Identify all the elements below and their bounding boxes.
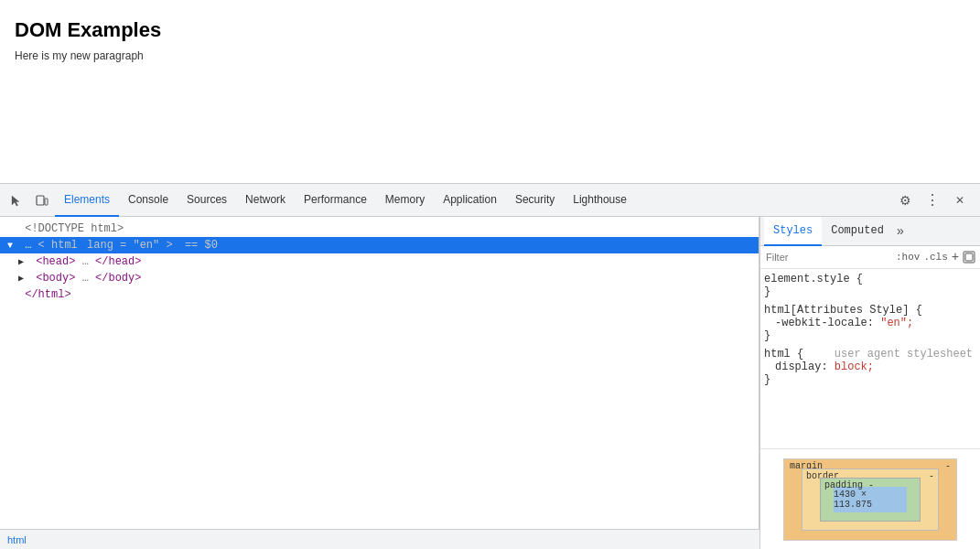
tab-console[interactable]: Console [119, 184, 178, 217]
more-options-btn[interactable]: ⋮ [920, 188, 945, 213]
devtools-controls: ⚙ ⋮ ✕ [892, 188, 973, 213]
border-dash: - [929, 471, 934, 481]
box-inner-value: 1430 × 113.875 [834, 490, 907, 510]
filter-box-icon[interactable] [963, 249, 975, 265]
more-tabs-icon[interactable]: » [893, 224, 908, 239]
style-filter-bar: :hov .cls + [760, 246, 980, 269]
tab-security[interactable]: Security [506, 184, 564, 217]
device-icon-btn[interactable] [29, 188, 55, 213]
box-border: border - padding - 1430 × 113.875 [802, 468, 939, 531]
dom-head[interactable]: ▶ <head> … </head> [0, 253, 759, 270]
style-rule-html-ua: html { user agent stylesheet display: bl… [764, 348, 976, 386]
sub-tab-computed[interactable]: Computed [822, 217, 893, 246]
style-rule-html-attr: html[Attributes Style] { -webkit-locale:… [764, 304, 976, 342]
tab-performance[interactable]: Performance [295, 184, 376, 217]
tab-sources[interactable]: Sources [178, 184, 236, 217]
box-model: margin - border - padding - 1430 × 113.8… [760, 448, 980, 549]
devtools-tab-bar: Elements Console Sources Network Perform… [0, 184, 980, 217]
triangle-head: ▶ [18, 256, 29, 267]
style-filter-input[interactable] [766, 252, 892, 263]
settings-icon-btn[interactable]: ⚙ [892, 188, 918, 213]
filter-hov-btn[interactable]: :hov [896, 252, 920, 263]
box-padding: padding - 1430 × 113.875 [820, 478, 921, 522]
dom-doctype[interactable]: <!DOCTYPE html> [0, 221, 759, 237]
svg-rect-3 [965, 253, 973, 261]
styles-content: element.style { } html[Attributes Style]… [760, 269, 980, 448]
dom-html-close[interactable]: </html> [0, 286, 759, 303]
cursor-icon-btn[interactable] [4, 188, 29, 213]
tab-application[interactable]: Application [434, 184, 506, 217]
dom-html-open[interactable]: ▼ … < html lang = "en" > == $0 [0, 237, 759, 253]
devtools-body: <!DOCTYPE html> ▼ … < html lang = "en" >… [0, 217, 980, 549]
dom-body[interactable]: ▶ <body> … </body> [0, 270, 759, 286]
tab-network[interactable]: Network [236, 184, 295, 217]
filter-add-btn[interactable]: + [952, 249, 959, 265]
triangle-body: ▶ [18, 273, 29, 284]
box-margin: margin - border - padding - 1430 × 113.8… [783, 458, 957, 541]
breadcrumb-bar: html [0, 529, 759, 549]
filter-cls-btn[interactable]: .cls [923, 252, 947, 263]
svg-rect-1 [45, 199, 48, 205]
tab-elements[interactable]: Elements [55, 184, 119, 217]
styles-sub-tabs: Styles Computed » [760, 217, 980, 246]
sub-tab-styles[interactable]: Styles [764, 217, 822, 246]
close-devtools-btn[interactable]: ✕ [947, 188, 973, 213]
breadcrumb-html[interactable]: html [7, 534, 27, 545]
style-rule-element: element.style { } [764, 273, 976, 298]
tab-lighthouse[interactable]: Lighthouse [564, 184, 636, 217]
svg-rect-0 [37, 196, 44, 205]
styles-panel: Styles Computed » :hov .cls + [760, 217, 980, 549]
page-content: DOM Examples Here is my new paragraph [0, 0, 980, 183]
devtools-panel: Elements Console Sources Network Perform… [0, 183, 980, 549]
page-title: DOM Examples [15, 18, 965, 42]
tab-memory[interactable]: Memory [376, 184, 434, 217]
box-inner-dimensions: 1430 × 113.875 [834, 487, 907, 512]
elements-panel: <!DOCTYPE html> ▼ … < html lang = "en" >… [0, 217, 759, 529]
margin-dash: - [945, 461, 951, 471]
page-paragraph: Here is my new paragraph [15, 49, 965, 62]
padding-label: padding - [824, 480, 874, 490]
triangle-html: ▼ [7, 241, 18, 251]
